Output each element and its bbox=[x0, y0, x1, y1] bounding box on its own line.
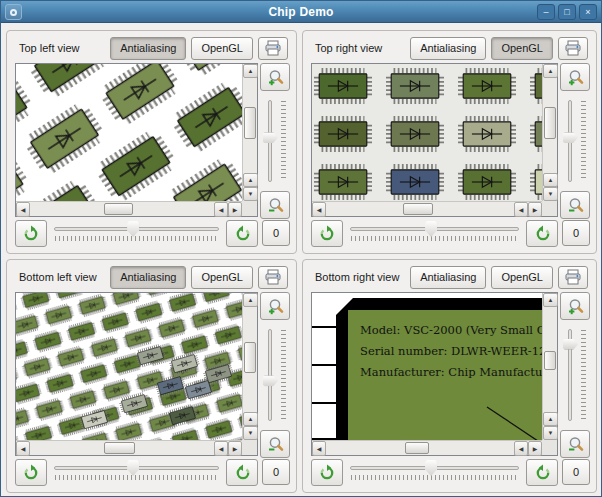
scroll-left-icon[interactable]: ◀ bbox=[214, 202, 228, 217]
slider-handle[interactable] bbox=[563, 132, 578, 143]
print-button[interactable] bbox=[258, 266, 288, 289]
scroll-up-icon[interactable]: ▲ bbox=[243, 412, 258, 426]
scroll-down-icon[interactable]: ▼ bbox=[243, 187, 258, 201]
zoom-in-button[interactable] bbox=[260, 63, 290, 91]
antialiasing-button[interactable]: Antialiasing bbox=[110, 266, 186, 289]
zoom-in-button[interactable] bbox=[560, 292, 590, 320]
scrollbar-thumb[interactable] bbox=[544, 107, 556, 139]
antialiasing-button[interactable]: Antialiasing bbox=[410, 266, 486, 289]
horizontal-scrollbar[interactable]: ◀ ◀ ▶ bbox=[16, 201, 242, 216]
scrollbar-thumb[interactable] bbox=[244, 107, 256, 139]
horizontal-scrollbar[interactable]: ◀ ◀ ▶ bbox=[16, 440, 242, 455]
print-button[interactable] bbox=[558, 266, 588, 289]
horizontal-scrollbar[interactable]: ◀ ◀ ▶ bbox=[312, 201, 542, 216]
slider-handle[interactable] bbox=[563, 339, 578, 350]
rotate-slider[interactable] bbox=[348, 219, 521, 247]
rotate-slider[interactable] bbox=[52, 458, 221, 486]
slider-groove bbox=[268, 329, 272, 421]
title-bar[interactable]: Chip Demo – □ × bbox=[1, 1, 601, 23]
zoom-in-button[interactable] bbox=[260, 292, 290, 320]
zoom-slider[interactable] bbox=[560, 327, 590, 423]
zoom-out-button[interactable] bbox=[260, 191, 290, 219]
maximize-button[interactable]: □ bbox=[558, 4, 576, 20]
zoom-out-button[interactable] bbox=[560, 191, 590, 219]
graphics-view[interactable] bbox=[312, 64, 542, 201]
slider-handle[interactable] bbox=[127, 221, 139, 237]
slider-handle[interactable] bbox=[263, 132, 278, 143]
scroll-left-icon[interactable]: ◀ bbox=[514, 441, 528, 456]
scroll-left-icon[interactable]: ◀ bbox=[16, 441, 30, 456]
scroll-down-icon[interactable]: ▼ bbox=[543, 187, 558, 201]
zoom-slider[interactable] bbox=[260, 327, 290, 423]
scroll-left-icon[interactable]: ◀ bbox=[312, 202, 326, 217]
vertical-scrollbar[interactable]: ▲ ▲ ▼ bbox=[542, 64, 557, 201]
vertical-scrollbar[interactable]: ▲ ▲ ▼ bbox=[542, 293, 557, 440]
opengl-button[interactable]: OpenGL bbox=[491, 266, 553, 289]
rotate-slider[interactable] bbox=[52, 219, 221, 247]
graphics-view[interactable] bbox=[16, 293, 242, 440]
scroll-up-icon[interactable]: ▲ bbox=[243, 293, 258, 307]
graphics-view[interactable]: Model: VSC-2000 (Very Small Chip) at 9 S… bbox=[312, 293, 542, 440]
slider-handle[interactable] bbox=[425, 460, 437, 476]
scroll-left-icon[interactable]: ◀ bbox=[16, 202, 30, 217]
vertical-scrollbar[interactable]: ▲ ▲ ▼ bbox=[242, 64, 257, 201]
scroll-up-icon[interactable]: ▲ bbox=[243, 173, 258, 187]
reset-button[interactable]: 0 bbox=[262, 459, 290, 485]
rotate-left-button[interactable] bbox=[15, 220, 47, 247]
scroll-up-icon[interactable]: ▲ bbox=[243, 64, 258, 78]
opengl-button[interactable]: OpenGL bbox=[191, 37, 253, 60]
print-button[interactable] bbox=[258, 37, 288, 60]
scroll-up-icon[interactable]: ▲ bbox=[543, 293, 558, 307]
horizontal-scrollbar[interactable]: ◀ ◀ ▶ bbox=[312, 440, 542, 455]
scroll-left-icon[interactable]: ◀ bbox=[214, 441, 228, 456]
panel-bottom-left: Bottom left view Antialiasing OpenGL bbox=[6, 259, 297, 493]
antialiasing-button[interactable]: Antialiasing bbox=[110, 37, 186, 60]
slider-handle[interactable] bbox=[127, 460, 139, 476]
minimize-button[interactable]: – bbox=[537, 4, 555, 20]
rotate-left-button[interactable] bbox=[15, 459, 47, 486]
scrollbar-thumb[interactable] bbox=[244, 342, 256, 374]
rotate-right-button[interactable] bbox=[226, 459, 258, 486]
rotate-left-button[interactable] bbox=[311, 459, 343, 486]
rotate-left-button[interactable] bbox=[311, 220, 343, 247]
zoom-slider[interactable] bbox=[560, 98, 590, 184]
scroll-right-icon[interactable]: ▶ bbox=[528, 202, 542, 217]
opengl-button[interactable]: OpenGL bbox=[491, 37, 553, 60]
scrollbar-thumb[interactable] bbox=[405, 442, 429, 454]
zoom-out-button[interactable] bbox=[260, 430, 290, 458]
reset-button[interactable]: 0 bbox=[262, 220, 290, 246]
reset-button[interactable]: 0 bbox=[562, 459, 590, 485]
scroll-left-icon[interactable]: ◀ bbox=[514, 202, 528, 217]
scrollbar-thumb[interactable] bbox=[104, 203, 133, 215]
vertical-scrollbar[interactable]: ▲ ▲ ▼ bbox=[242, 293, 257, 440]
scroll-up-icon[interactable]: ▲ bbox=[543, 412, 558, 426]
scroll-left-icon[interactable]: ◀ bbox=[312, 441, 326, 456]
print-button[interactable] bbox=[558, 37, 588, 60]
zoom-in-button[interactable] bbox=[560, 63, 590, 91]
rotate-right-button[interactable] bbox=[526, 459, 558, 486]
graphics-view[interactable] bbox=[16, 64, 242, 201]
reset-button[interactable]: 0 bbox=[562, 220, 590, 246]
antialiasing-button[interactable]: Antialiasing bbox=[410, 37, 486, 60]
scroll-up-icon[interactable]: ▲ bbox=[543, 64, 558, 78]
scrollbar-thumb[interactable] bbox=[104, 442, 135, 454]
scroll-down-icon[interactable]: ▼ bbox=[243, 426, 258, 440]
scroll-up-icon[interactable]: ▲ bbox=[543, 173, 558, 187]
zoom-slider[interactable] bbox=[260, 98, 290, 184]
scroll-down-icon[interactable]: ▼ bbox=[543, 426, 558, 440]
opengl-button[interactable]: OpenGL bbox=[191, 266, 253, 289]
printer-icon bbox=[564, 40, 582, 56]
rotate-slider[interactable] bbox=[348, 458, 521, 486]
close-button[interactable]: × bbox=[579, 4, 597, 20]
scroll-right-icon[interactable]: ▶ bbox=[228, 202, 242, 217]
zoom-out-button[interactable] bbox=[560, 430, 590, 458]
slider-handle[interactable] bbox=[263, 375, 278, 386]
rotate-right-button[interactable] bbox=[226, 220, 258, 247]
chip-scene: Model: VSC-2000 (Very Small Chip) at 9 S… bbox=[312, 293, 542, 440]
scroll-right-icon[interactable]: ▶ bbox=[528, 441, 542, 456]
rotate-right-button[interactable] bbox=[526, 220, 558, 247]
slider-handle[interactable] bbox=[425, 221, 437, 237]
scroll-right-icon[interactable]: ▶ bbox=[228, 441, 242, 456]
scrollbar-thumb[interactable] bbox=[403, 203, 433, 215]
scrollbar-thumb[interactable] bbox=[544, 351, 556, 370]
